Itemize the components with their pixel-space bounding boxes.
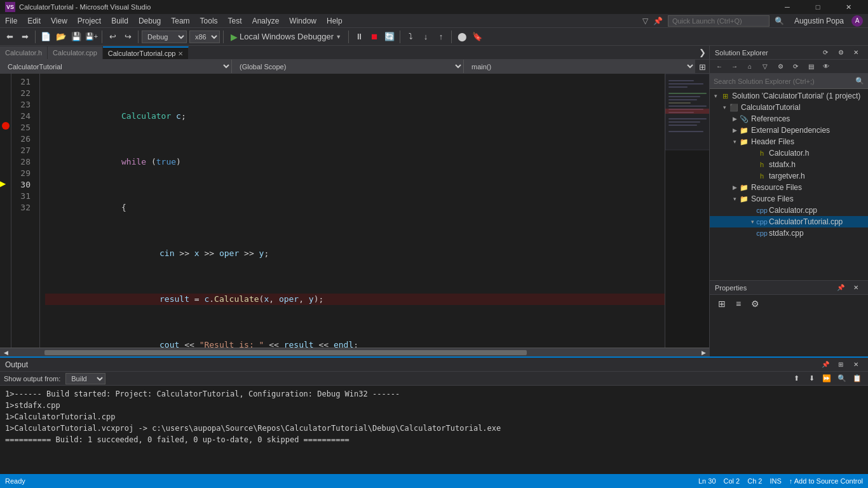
bookmark-button[interactable]: 🔖 [470, 30, 484, 44]
step-out-button[interactable]: ↑ [434, 30, 448, 44]
prop-list-icon[interactable]: ≡ [731, 297, 745, 311]
se-properties-button[interactable]: ⚙ [834, 46, 848, 60]
menu-project[interactable]: Project [72, 14, 106, 28]
title-bar: VS CalculatorTutorial - Microsoft Visual… [0, 0, 868, 14]
solution-explorer: Solution Explorer ⟳ ⚙ ✕ ← → ⌂ ▽ ⚙ ⟳ ▤ 👁 … [709, 46, 868, 356]
tree-solution[interactable]: ▾ ⊞ Solution 'CalculatorTutorial' (1 pro… [710, 90, 868, 102]
status-source-control[interactable]: ↑ Add to Source Control [789, 477, 863, 485]
calculator-h-label: Calculator.h [769, 149, 809, 158]
breakpoint-gutter: ▶ [0, 74, 11, 348]
step-over-button[interactable]: ⤵ [403, 30, 417, 44]
se-close-button[interactable]: ✕ [849, 46, 863, 60]
line-num-25: 25 [11, 122, 34, 133]
maximize-button[interactable]: □ [803, 0, 832, 14]
line-num-23: 23 [11, 99, 34, 111]
tree-project[interactable]: ▾ ⬛ CalculatorTutorial [710, 102, 868, 113]
se-collapse-icon[interactable]: ▤ [804, 60, 818, 74]
tab-calculator-h[interactable]: Calculator.h [0, 46, 48, 59]
output-btn-4[interactable]: 🔍 [835, 372, 849, 386]
menu-team[interactable]: Team [166, 14, 194, 28]
menu-edit[interactable]: Edit [22, 14, 46, 28]
menu-window[interactable]: Window [284, 14, 322, 28]
se-back-icon[interactable]: ← [712, 60, 726, 74]
back-button[interactable]: ⬅ [3, 30, 17, 44]
line-num-29: 29 [11, 168, 34, 179]
tree-source-files[interactable]: ▾ 📁 Source Files [710, 193, 868, 205]
menu-test[interactable]: Test [223, 14, 247, 28]
output-pin-button[interactable]: 📌 [818, 358, 832, 372]
tree-external-deps[interactable]: ▶ 📁 External Dependencies [710, 125, 868, 136]
restart-button[interactable]: 🔄 [383, 30, 397, 44]
tab-scroll-right[interactable]: ❯ [695, 46, 709, 59]
scope-select-middle[interactable]: (Global Scope) [232, 60, 464, 73]
save-all-button[interactable]: 💾+ [85, 30, 98, 44]
menu-file[interactable]: File [0, 14, 22, 28]
menu-build[interactable]: Build [106, 14, 133, 28]
se-home-icon[interactable]: ⌂ [743, 60, 757, 74]
tree-calculator-cpp[interactable]: ▶ cpp Calculator.cpp [710, 205, 868, 216]
output-header: Output 📌 ⊞ ✕ [0, 358, 868, 372]
se-search-input[interactable] [714, 78, 853, 85]
breakpoints-button[interactable]: ⬤ [455, 30, 469, 44]
redo-button[interactable]: ↪ [121, 30, 135, 44]
scroll-thumb[interactable] [44, 350, 527, 355]
minimize-button[interactable]: ─ [773, 0, 802, 14]
open-button[interactable]: 📂 [54, 30, 68, 44]
menu-help[interactable]: Help [322, 14, 348, 28]
tree-resource-files[interactable]: ▶ 📁 Resource Files [710, 182, 868, 193]
tab-calculator-cpp[interactable]: Calculator.cpp [48, 46, 103, 59]
pause-button[interactable]: ⏸ [352, 30, 366, 44]
output-btn-2[interactable]: ⬇ [804, 372, 818, 386]
se-settings-icon[interactable]: ⚙ [773, 60, 787, 74]
prop-props-icon[interactable]: ⚙ [748, 297, 762, 311]
menu-debug[interactable]: Debug [133, 14, 166, 28]
properties-panel: Properties 📌 ✕ ⊞ ≡ ⚙ [710, 280, 868, 356]
solution-explorer-search[interactable]: 🔍 [710, 74, 868, 89]
code-content[interactable]: Calculator c; while (true) { cin >> x >>… [40, 74, 665, 348]
save-button[interactable]: 💾 [69, 30, 83, 44]
tree-calculatortutorial-cpp[interactable]: ▾ cpp CalculatorTutorial.cpp [710, 216, 868, 227]
se-show-all-icon[interactable]: 👁 [819, 60, 833, 74]
output-close-button[interactable]: ✕ [849, 358, 863, 372]
new-project-button[interactable]: 📄 [39, 30, 53, 44]
tree-references[interactable]: ▶ 📎 References [710, 113, 868, 125]
quick-launch-input[interactable] [668, 15, 770, 27]
step-into-button[interactable]: ↓ [419, 30, 433, 44]
stop-button[interactable]: ⏹ [367, 30, 381, 44]
menu-tools[interactable]: Tools [195, 14, 223, 28]
se-forward-icon[interactable]: → [728, 60, 742, 74]
tree-calculator-h[interactable]: ▶ h Calculator.h [710, 147, 868, 159]
horizontal-scrollbar[interactable]: ◀ ▶ [0, 348, 709, 356]
platform-select[interactable]: x86 x64 [189, 30, 220, 43]
se-refresh-icon[interactable]: ⟳ [789, 60, 803, 74]
scope-select-left[interactable]: CalculatorTutorial [0, 60, 232, 73]
tree-header-files[interactable]: ▾ 📁 Header Files [710, 136, 868, 147]
scroll-track[interactable] [10, 350, 699, 355]
tree-stdafx-h[interactable]: ▶ h stdafx.h [710, 159, 868, 170]
scope-select-right[interactable]: main() [464, 60, 695, 73]
prop-grid-icon[interactable]: ⊞ [715, 297, 729, 311]
debug-config-select[interactable]: Debug Release [142, 30, 187, 43]
tree-stdafx-cpp[interactable]: ▶ cpp stdafx.cpp [710, 227, 868, 239]
forward-button[interactable]: ➡ [18, 30, 32, 44]
prop-close-button[interactable]: ✕ [849, 281, 863, 295]
tab-calculatortutorial-cpp[interactable]: CalculatorTutorial.cpp ✕ [103, 46, 189, 59]
show-output-from-select[interactable]: Build Debug [65, 373, 105, 384]
breakpoint-dot[interactable] [2, 122, 10, 130]
se-sync-button[interactable]: ⟳ [818, 46, 832, 60]
split-editor-button[interactable]: ⊞ [695, 60, 709, 74]
menu-analyze[interactable]: Analyze [247, 14, 285, 28]
se-filter-icon[interactable]: ▽ [758, 60, 772, 74]
start-debugging-button[interactable]: ▶ Local Windows Debugger ▼ [227, 30, 345, 43]
undo-button[interactable]: ↩ [105, 30, 119, 44]
menu-view[interactable]: View [46, 14, 72, 28]
code-editor[interactable]: ▶ 21 22 23 24 25 26 27 28 29 30 31 32 [0, 74, 709, 348]
output-btn-5[interactable]: 📋 [850, 372, 864, 386]
prop-pin-button[interactable]: 📌 [834, 281, 848, 295]
output-float-button[interactable]: ⊞ [834, 358, 848, 372]
output-btn-3[interactable]: ⏩ [820, 372, 834, 386]
output-btn-1[interactable]: ⬆ [789, 372, 803, 386]
tree-targetver-h[interactable]: ▶ h targetver.h [710, 170, 868, 182]
tab-close-icon[interactable]: ✕ [178, 50, 183, 57]
close-button[interactable]: ✕ [834, 0, 863, 14]
